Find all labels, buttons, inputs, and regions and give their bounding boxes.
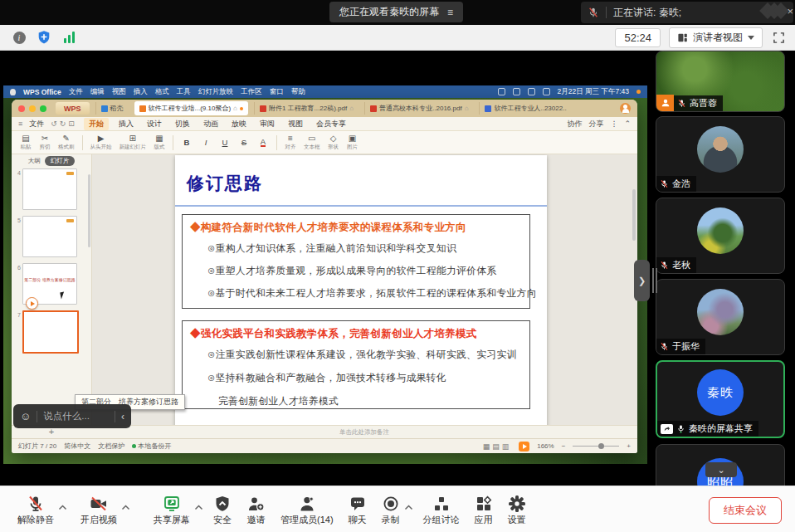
menu-insert: 插入 <box>134 87 148 97</box>
participant-name-bar: 金浩 <box>656 176 696 192</box>
panel-scrollbar <box>88 174 90 247</box>
textbox-tool: ▭文本框 <box>304 134 320 150</box>
format-painter-tool: ✎格式刷 <box>58 134 75 150</box>
slide-thumbnail-4 <box>22 168 77 210</box>
more-icon: ⋮ <box>610 120 617 128</box>
chevron-up-icon[interactable] <box>58 505 67 510</box>
menu-tools: 工具 <box>177 87 191 97</box>
meeting-logo-icon <box>767 5 787 17</box>
participant-tile-active-speaker[interactable]: 秦昳 秦昳的屏幕共享 <box>656 360 785 438</box>
wps-ribbon-toolbar: ▤粘贴 ✂剪切 ✎格式刷 ▶从头开始 ⊞新建幻灯片 ▦版式 B I U S A … <box>12 131 637 154</box>
box2-bullet: 完善创新创业人才培养模式 <box>207 395 529 408</box>
invite-button[interactable]: 邀请 <box>239 488 273 531</box>
emoji-icon[interactable]: ☺ <box>20 411 31 422</box>
align-tool: ≡对齐 <box>285 134 296 150</box>
security-status-button[interactable] <box>35 28 53 46</box>
breakout-rooms-button[interactable]: 分组讨论 <box>416 488 467 531</box>
slideshow-play-icon <box>519 442 529 451</box>
collapse-participants-button[interactable]: ⌄ <box>705 462 737 477</box>
participants-sidebar: 高晋蓉 金浩 老秋 <box>656 51 787 486</box>
new-slide-tool: ⊞新建幻灯片 <box>119 134 147 150</box>
pdf-file-icon <box>260 105 266 112</box>
shield-plus-icon <box>37 30 51 45</box>
participant-tile[interactable]: 高晋蓉 <box>656 51 785 112</box>
view-switcher-icons: ▦▤▥ <box>483 442 512 451</box>
current-slide: 修订思路 ◆构建符合新时代软件人才培养要求的课程体系和专业方向 ⊙重构人才知识体… <box>175 155 547 425</box>
participant-tile[interactable]: 金浩 <box>656 116 785 193</box>
settings-button[interactable]: 设置 <box>500 488 534 531</box>
apps-button[interactable]: 应用 <box>467 488 500 531</box>
chevron-up-icon[interactable] <box>121 505 130 510</box>
chat-button[interactable]: 聊天 <box>341 488 374 531</box>
participant-name-bar: 于振华 <box>656 339 705 354</box>
apple-menu-icon <box>10 89 16 95</box>
security-button[interactable]: 安全 <box>206 488 239 531</box>
menu-slideshow: 幻灯片放映 <box>198 87 234 97</box>
signal-bars-icon <box>64 32 75 43</box>
mic-on-icon <box>676 424 685 433</box>
view-mode-dropdown[interactable]: 演讲者视图 <box>669 27 763 48</box>
participant-tile[interactable]: 于振华 <box>656 279 785 355</box>
cut-tool: ✂剪切 <box>39 134 51 150</box>
speaker-view-icon <box>677 32 688 43</box>
collapse-chat-icon[interactable]: ‹ <box>121 411 124 422</box>
meeting-timer: 52:24 <box>615 28 661 47</box>
participant-name-bar: 高晋蓉 <box>674 95 723 111</box>
meeting-controls-bar: 解除静音 开启视频 共享屏幕 <box>0 486 795 532</box>
slide-thumbnail-row: 7 <box>12 310 91 354</box>
manage-members-button[interactable]: 管理成员(14) <box>273 488 341 531</box>
slide-thumbnail-row: 5 <box>12 216 91 257</box>
apps-grid-icon <box>475 495 493 513</box>
share-screen-button[interactable]: 共享屏幕 <box>146 488 198 531</box>
window-traffic-lights <box>18 105 46 112</box>
slide-thumbnail-5 <box>22 216 77 257</box>
share-options-icon[interactable]: ≡ <box>447 7 453 17</box>
fullscreen-button[interactable] <box>773 32 785 44</box>
share-screen-icon <box>163 495 181 513</box>
mic-muted-icon <box>27 495 45 513</box>
chat-quick-input[interactable]: ☺ 说点什么... ‹ <box>13 404 131 428</box>
chevron-up-icon[interactable] <box>194 505 203 510</box>
unmute-button[interactable]: 解除静音 <box>10 488 61 531</box>
participant-tile[interactable]: 老秋 <box>656 198 785 274</box>
menu-view: 视图 <box>112 87 126 97</box>
wps-docer-tab: 稻壳 <box>95 102 129 115</box>
slide-content-box-2: ◆强化实践平台和实践教学体系，完善创新创业人才培养模式 ⊙注重实践创新性课程体系… <box>182 320 530 409</box>
chat-input-placeholder[interactable]: 说点什么... <box>43 410 109 422</box>
slide-counter: 幻灯片 7 / 20 <box>18 442 56 451</box>
ribbon-tab-slideshow: 放映 <box>228 119 250 129</box>
record-button[interactable]: 录制 <box>374 488 407 531</box>
notes-placeholder: 单击此处添加备注 <box>91 428 637 437</box>
wps-document-tabstrip: WPS 稻壳 软件工程专业培...(9.10聚合) ⌂ 附件1 工程教育...2… <box>12 100 637 117</box>
end-meeting-button[interactable]: 结束会议 <box>709 497 782 524</box>
chevron-down-icon <box>748 36 754 40</box>
watching-screen-label: 您正在观看秦昳的屏幕 <box>339 5 439 19</box>
paste-tool: ▤粘贴 <box>20 134 32 150</box>
meeting-info-button[interactable] <box>10 28 28 46</box>
info-icon <box>13 32 26 44</box>
font-color-tool: A <box>257 138 269 148</box>
slide-canvas: 修订思路 ◆构建符合新时代软件人才培养要求的课程体系和专业方向 ⊙重构人才知识体… <box>92 154 637 425</box>
start-video-button[interactable]: 开启视频 <box>73 488 124 531</box>
title-underline <box>175 205 547 207</box>
slide-title: 修订思路 <box>187 172 263 195</box>
share-button: 分享 <box>588 119 603 129</box>
language-indicator: 简体中文 <box>64 442 90 451</box>
sidebar-resize-grip[interactable] <box>652 268 657 293</box>
backup-on-dot-icon <box>132 444 136 448</box>
box1-bullet: ⊙重构人才知识体系，注重融入前沿知识和学科交叉知识 <box>207 242 529 256</box>
camera-muted-icon <box>89 495 109 513</box>
add-slide-icon: + <box>12 427 91 437</box>
sidebar-collapse-handle[interactable]: ❯ <box>634 260 650 301</box>
screen-share-label: 秦昳的屏幕共享 <box>689 422 753 435</box>
avatar: 秦昳 <box>697 369 744 416</box>
picture-tool: ▣图片 <box>347 134 358 150</box>
chevron-up-icon[interactable] <box>404 505 413 510</box>
layout-tool: ▦版式 <box>154 134 165 150</box>
panel-tab-slides: 幻灯片 <box>45 156 76 166</box>
close-icon[interactable]: × <box>787 6 793 17</box>
wps-office-window: WPS 稻壳 软件工程专业培...(9.10聚合) ⌂ 附件1 工程教育...2… <box>12 100 637 453</box>
network-quality-button[interactable] <box>60 28 78 46</box>
breakout-squares-icon <box>432 495 451 513</box>
pdf-file-icon <box>370 105 377 112</box>
